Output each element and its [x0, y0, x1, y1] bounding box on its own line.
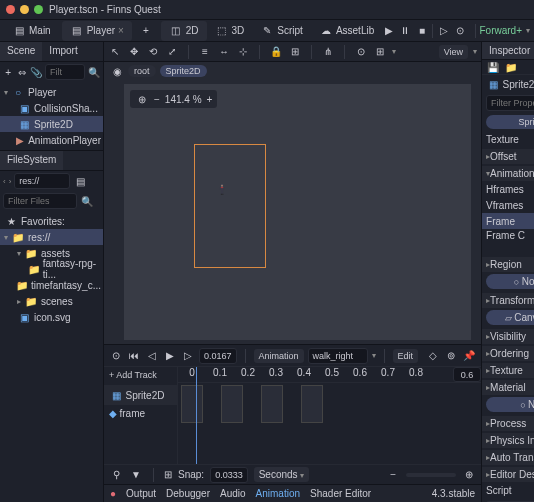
track-root[interactable]: ▦ Sprite2D [104, 385, 177, 405]
snap-toggle[interactable]: ⊞ [164, 469, 172, 480]
fs-item[interactable]: ▣icon.svg [0, 309, 103, 325]
prop-texture[interactable]: Texture⟲ ▦ ▾ [482, 131, 534, 147]
scene-filter-input[interactable] [45, 64, 85, 80]
group-material[interactable]: ▸ Material [482, 380, 534, 395]
prop-hframes[interactable]: Hframes⟲ 12 ◇ [482, 181, 534, 197]
inspector-object[interactable]: ▦ Sprite2D ▾ ⋮ [482, 75, 534, 93]
ruler-icon[interactable]: ↔ [217, 45, 231, 59]
snap-icon[interactable]: ⊙ [354, 45, 368, 59]
onion-icon[interactable]: ⊚ [444, 349, 458, 363]
next-icon[interactable]: ▷ [181, 349, 195, 363]
group-transform[interactable]: ▸ Transform (1 change) [482, 293, 534, 308]
play-scene-icon[interactable]: ▷ [437, 24, 450, 38]
add-scene-tab[interactable]: + [135, 21, 157, 41]
zoom-in-icon[interactable]: ⊕ [462, 468, 476, 482]
tree-node-player[interactable]: ▾○Player [0, 84, 103, 100]
anim-name-dropdown[interactable]: walk_right [308, 348, 368, 364]
scale-icon[interactable]: ⤢ [165, 45, 179, 59]
zoom-out-icon[interactable]: − [154, 94, 160, 105]
class-sprite2d[interactable]: Sprite2D [486, 115, 534, 129]
fwd-icon[interactable]: › [9, 177, 12, 186]
fs-filter-input[interactable] [3, 193, 77, 209]
path-input[interactable] [14, 173, 70, 189]
search-icon[interactable]: 🔍 [88, 65, 100, 79]
fs-item[interactable]: 📁fantasy-rpg-ti... [0, 261, 103, 277]
mode-2d[interactable]: ◫2D [161, 21, 207, 41]
fs-item[interactable]: 📁timefantasy_c... [0, 277, 103, 293]
back-icon[interactable]: ‹ [3, 177, 6, 186]
close-icon[interactable] [6, 5, 15, 14]
search-icon[interactable]: 🔍 [80, 194, 94, 208]
autokey-icon[interactable]: ◇ [426, 349, 440, 363]
tab-animation[interactable]: Animation [256, 488, 300, 499]
grid-icon[interactable]: ⊞ [373, 45, 387, 59]
play-icon[interactable]: ▶ [382, 24, 395, 38]
minimize-icon[interactable] [20, 5, 29, 14]
tab-shader[interactable]: Shader Editor [310, 488, 371, 499]
zoom-in-icon[interactable]: + [207, 94, 213, 105]
tab-debugger[interactable]: Debugger [166, 488, 210, 499]
first-icon[interactable]: ⏮ [127, 349, 141, 363]
keyframe[interactable] [261, 385, 283, 423]
tab-output[interactable]: Output [126, 488, 156, 499]
tab-inspector[interactable]: Inspector [482, 42, 534, 59]
group-icon[interactable]: ⊞ [288, 45, 302, 59]
folder-icon[interactable]: 📁 [504, 60, 518, 74]
center-icon[interactable]: ⊕ [135, 92, 149, 106]
lock-icon[interactable]: 🔒 [269, 45, 283, 59]
pin-icon[interactable]: 📌 [462, 349, 476, 363]
tree-node-sprite2d[interactable]: ▦Sprite2D [0, 116, 103, 132]
group-autotr[interactable]: ▸ Auto Translate [482, 450, 534, 465]
scene-tab-main[interactable]: ▤Main [4, 21, 59, 41]
prop-frame[interactable]: Frame⟲ 24 ◇ [482, 213, 534, 229]
list-icon[interactable]: ≡ [198, 45, 212, 59]
tab-scene[interactable]: Scene [0, 42, 42, 61]
timeline-ruler[interactable]: 00.10.20.30.40.50.60.70.8 0.6 [178, 367, 481, 383]
group-physics[interactable]: ▸ Physics Interpolation [482, 433, 534, 448]
split-icon[interactable]: ▤ [73, 174, 87, 188]
group-visibility[interactable]: ▸ Visibility [482, 329, 534, 344]
play-icon[interactable]: ▶ [163, 349, 177, 363]
view-menu[interactable]: View [439, 45, 468, 59]
fs-item[interactable]: ▸📁scenes [0, 293, 103, 309]
tree-node-collision[interactable]: ▣CollisionSha... [0, 100, 103, 116]
time-field[interactable]: 0.0167 [199, 348, 237, 364]
maximize-icon[interactable] [34, 5, 43, 14]
renderer-dropdown[interactable]: Forward+ [480, 25, 523, 36]
class-node[interactable]: ○ Node [486, 397, 534, 412]
bone-icon[interactable]: ⋔ [321, 45, 335, 59]
crumb-root[interactable]: root [128, 65, 156, 77]
class-node2d[interactable]: ○ Node2D [486, 274, 534, 289]
stop-icon[interactable]: ■ [416, 24, 429, 38]
fs-root[interactable]: ▾📁res:// [0, 229, 103, 245]
tab-filesystem[interactable]: FileSystem [0, 151, 63, 170]
snap-unit[interactable]: Seconds ▾ [254, 467, 309, 482]
group-texture[interactable]: ▸ Texture [482, 363, 534, 378]
mode-script[interactable]: ✎Script [252, 21, 311, 41]
snap-value[interactable]: 0.0333 [210, 467, 248, 483]
save-icon[interactable]: 💾 [486, 60, 500, 74]
tab-import[interactable]: Import [42, 42, 84, 61]
selection-rect[interactable] [194, 144, 266, 268]
group-region[interactable]: ▸ Region [482, 257, 534, 272]
add-track-button[interactable]: + Add Track [104, 367, 177, 383]
zoom-slider[interactable] [406, 473, 456, 477]
2d-viewport[interactable]: ⊕ − 141.4 % + [124, 84, 471, 340]
prop-vframes[interactable]: Vframes⟲ 8 ◇ [482, 197, 534, 213]
movie-icon[interactable]: ⊙ [454, 24, 467, 38]
class-canvasitem[interactable]: ▱ CanvasItem [486, 310, 534, 325]
attach-icon[interactable]: 📎 [30, 65, 42, 79]
add-icon[interactable]: + [3, 65, 14, 79]
tree-node-animplayer[interactable]: ▶AnimationPlayer [0, 132, 103, 148]
tab-audio[interactable]: Audio [220, 488, 246, 499]
funnel-icon[interactable]: ▼ [129, 468, 143, 482]
mode-3d[interactable]: ⬚3D [207, 21, 253, 41]
smart-icon[interactable]: ⊹ [236, 45, 250, 59]
group-editor-desc[interactable]: ▸ Editor Description [482, 467, 534, 482]
group-ordering[interactable]: ▸ Ordering [482, 346, 534, 361]
prop-framec[interactable]: Frame Cx 0 ◇ [482, 229, 534, 242]
group-animation[interactable]: ▾ Animation [482, 166, 534, 181]
filter-icon[interactable]: ⚲ [109, 468, 123, 482]
zoom-pct[interactable]: 141.4 % [165, 94, 202, 105]
prop-framec-y[interactable]: y 2 ◇ [482, 242, 534, 255]
